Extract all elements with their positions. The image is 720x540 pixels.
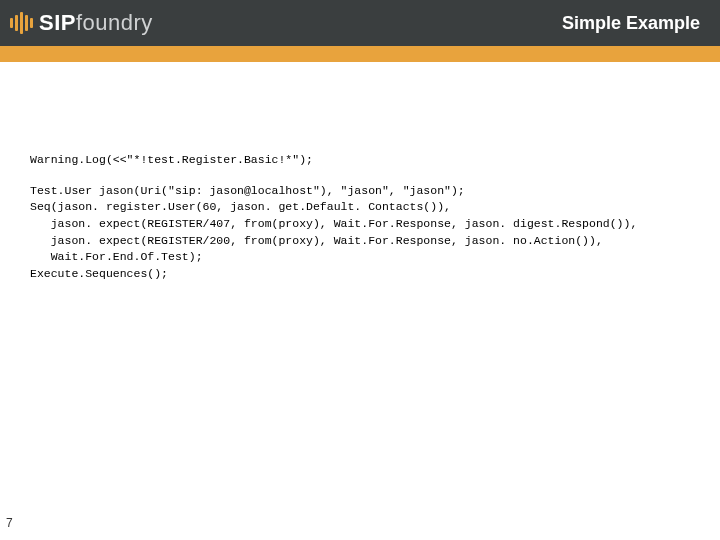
logo-text: SIPfoundry (39, 10, 153, 36)
logo-text-foundry: foundry (76, 10, 153, 35)
code-block-2: Test.User jason(Uri("sip: jason@localhos… (30, 183, 690, 283)
page-number: 7 (6, 516, 13, 530)
slide-title: Simple Example (562, 13, 700, 34)
accent-bar (0, 46, 720, 62)
code-line-1: Warning.Log(<<"*!test.Register.Basic!*")… (30, 152, 690, 169)
logo: SIPfoundry (10, 10, 153, 36)
logo-icon (10, 12, 33, 34)
header-bar: SIPfoundry Simple Example (0, 0, 720, 46)
logo-text-sip: SIP (39, 10, 76, 35)
content-area: Warning.Log(<<"*!test.Register.Basic!*")… (0, 62, 720, 283)
